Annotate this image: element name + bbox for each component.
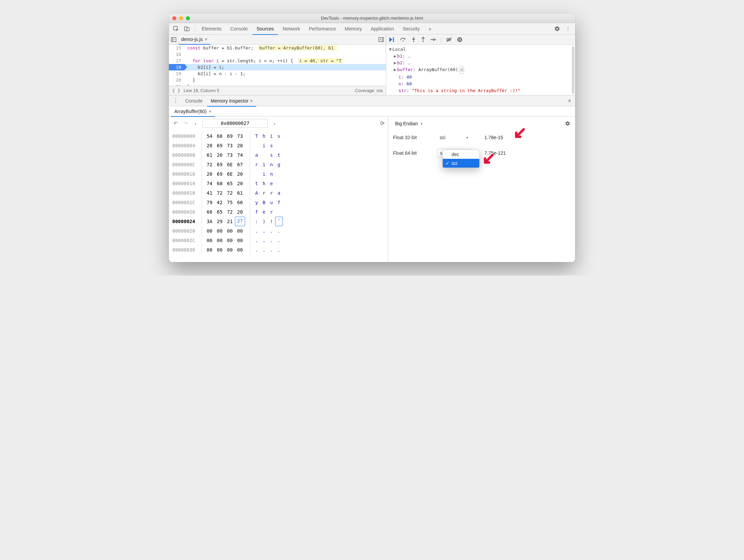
close-drawer-icon[interactable]: × [566,98,573,104]
hex-byte[interactable]: 42 [215,198,225,207]
scope-var-buffer[interactable]: ▶buffer: ArrayBuffer(60)⌸ [389,66,575,74]
prev-page-icon[interactable]: ‹ [193,121,198,126]
ascii-char[interactable]: a [275,188,283,198]
ascii-char[interactable] [275,179,283,188]
hex-byte[interactable]: 68 [215,131,225,141]
hex-byte[interactable]: 73 [235,131,245,141]
ascii-char[interactable]: . [260,245,268,255]
hex-byte[interactable]: 21 [225,217,235,226]
ascii-char[interactable]: . [253,236,260,245]
ascii-char[interactable]: . [260,236,268,245]
hex-byte[interactable]: 54 [204,131,215,141]
pause-on-exceptions-icon[interactable] [457,37,462,42]
step-out-icon[interactable] [421,37,425,42]
tab-memory[interactable]: Memory [341,23,366,35]
endian-select[interactable]: Big Endian▾ [393,120,424,127]
hex-byte[interactable]: 20 [235,169,245,179]
next-page-icon[interactable]: › [272,121,278,126]
ascii-char[interactable]: ' [275,217,283,226]
ascii-char[interactable]: i [260,160,268,169]
option-sci[interactable]: sci [443,159,479,168]
hex-byte[interactable]: 3A [204,217,215,226]
code-editor[interactable]: 15const buffer = b1.buffer; buffer = Arr… [169,45,386,86]
option-dec[interactable]: dec [443,150,479,159]
hex-byte[interactable]: 00 [225,236,235,245]
hex-grid[interactable]: 0000000054686973This0000000420697320 is … [169,130,388,258]
hex-byte[interactable]: 72 [204,160,215,169]
ascii-char[interactable]: . [253,245,260,255]
hex-byte[interactable]: 73 [225,141,235,150]
deactivate-breakpoints-icon[interactable] [446,37,452,42]
hex-byte[interactable]: 20 [235,207,245,217]
refresh-icon[interactable]: ⟳ [380,120,385,127]
hex-byte[interactable]: 68 [215,179,225,188]
hex-byte[interactable]: 20 [215,150,225,160]
history-back-icon[interactable]: ↶ [172,121,179,126]
hex-byte[interactable]: 20 [204,169,215,179]
close-window-button[interactable] [172,16,176,20]
hex-byte[interactable]: 69 [215,160,225,169]
ascii-char[interactable]: . [260,226,268,236]
memory-chip-icon[interactable]: ⌸ [459,66,464,74]
tab-sources[interactable]: Sources [253,23,278,35]
ascii-char[interactable]: . [275,226,283,236]
line-number[interactable]: 17 [169,58,184,64]
value-settings-icon[interactable] [565,121,570,126]
hex-byte[interactable]: 79 [204,198,215,207]
ascii-char[interactable]: n [268,160,275,169]
hex-byte[interactable]: 6E [225,160,235,169]
hex-byte[interactable]: 00 [215,236,225,245]
ascii-char[interactable]: y [253,198,260,207]
step-into-icon[interactable] [411,37,416,42]
ascii-char[interactable]: t [275,150,283,160]
ascii-char[interactable]: s [268,141,275,150]
ascii-char[interactable]: . [253,226,260,236]
close-memory-tab-icon[interactable]: × [209,106,211,116]
ascii-char[interactable]: r [268,188,275,198]
ascii-char[interactable]: g [275,160,283,169]
ascii-char[interactable]: B [260,198,268,207]
float32-mode-select[interactable]: sci▾ [437,133,471,142]
ascii-char[interactable] [253,141,260,150]
zoom-window-button[interactable] [186,16,190,20]
hex-byte[interactable]: 61 [235,188,245,198]
ascii-char[interactable]: r [260,188,268,198]
hex-byte[interactable]: 72 [215,188,225,198]
line-number[interactable]: 21 [169,83,184,86]
hex-byte[interactable]: 65 [225,179,235,188]
ascii-char[interactable]: h [260,131,268,141]
source-file-tab[interactable]: demo-js.js × [178,35,210,45]
ascii-char[interactable]: t [253,179,260,188]
hex-byte[interactable]: 41 [204,188,215,198]
step-icon[interactable] [430,37,436,42]
ascii-char[interactable]: f [275,198,283,207]
hex-byte[interactable]: 00 [204,236,215,245]
ascii-char[interactable]: s [275,131,283,141]
drawer-menu-icon[interactable]: ⋮ [171,98,180,104]
hex-byte[interactable]: 20 [235,179,245,188]
ascii-char[interactable]: r [268,207,275,217]
hex-byte[interactable]: 6E [225,169,235,179]
hex-byte[interactable]: 00 [235,226,245,236]
hex-byte[interactable]: 00 [215,226,225,236]
hex-byte[interactable]: 00 [225,226,235,236]
ascii-char[interactable]: . [275,245,283,255]
ascii-char[interactable]: . [268,226,275,236]
ascii-char[interactable]: . [268,245,275,255]
current-line-number[interactable]: 18 [169,64,184,70]
tabs-overflow[interactable]: » [424,23,435,35]
line-number[interactable]: 20 [169,77,184,83]
ascii-char[interactable]: : [253,217,260,226]
line-number[interactable]: 19 [169,70,184,77]
ascii-char[interactable]: i [268,131,275,141]
settings-gear-icon[interactable] [552,24,562,34]
hex-byte[interactable]: 00 [225,245,235,255]
ascii-char[interactable]: a [253,150,260,160]
ascii-char[interactable]: s [268,150,275,160]
hex-byte[interactable]: 00 [235,236,245,245]
ascii-char[interactable]: i [260,141,268,150]
ascii-char[interactable]: r [253,160,260,169]
hex-byte[interactable]: 74 [235,150,245,160]
hex-byte[interactable]: 20 [204,141,215,150]
navigator-toggle-icon[interactable] [171,37,176,42]
